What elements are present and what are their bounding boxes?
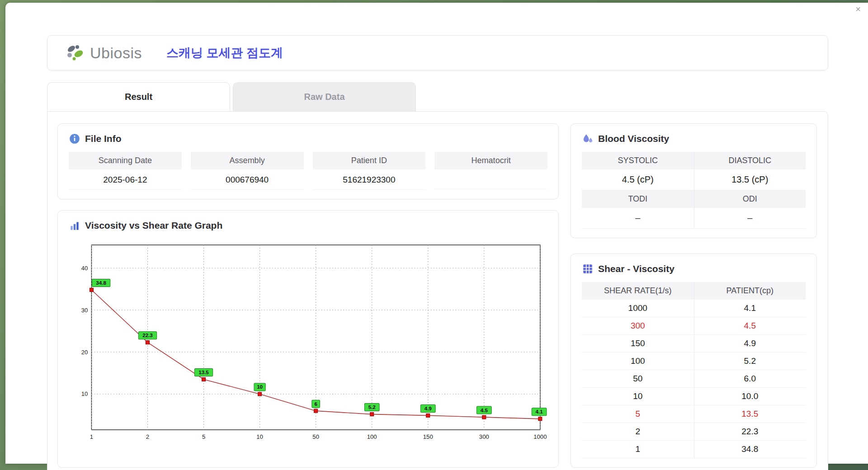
file-info-fields: Scanning Date 2025-06-12 Assembly 000676… [69,152,547,190]
shear-rate-value: 150 [582,335,694,352]
blood-viscosity-title: Blood Viscosity [598,133,669,144]
patient-column-header: PATIENT(cp) [694,282,806,300]
field-label: Patient ID [313,152,426,169]
field-label: Scanning Date [69,152,182,169]
field-value: 000676940 [191,169,304,190]
result-panel: File Info Scanning Date 2025-06-12 Assem… [47,111,828,470]
field-label: Hematocrit [434,152,547,169]
file-info-header: File Info [69,133,547,145]
shear-rate-column-header: SHEAR RATE(1/s) [582,282,694,300]
shear-table-header: SHEAR RATE(1/s) PATIENT(cp) [582,282,806,300]
field-value: 2025-06-12 [69,169,182,190]
diastolic-header: DIASTOLIC [694,152,806,169]
shear-viscosity-row: 1010.0 [582,388,806,405]
svg-text:300: 300 [479,433,489,440]
shear-rate-value: 50 [582,370,694,388]
close-icon[interactable]: × [855,5,861,14]
patient-viscosity-value: 6.0 [694,370,806,388]
svg-text:150: 150 [423,433,433,440]
bar-chart-icon [69,220,80,231]
patient-viscosity-value: 34.8 [694,441,806,458]
svg-text:1000: 1000 [533,433,547,440]
field-patient-id: Patient ID 51621923300 [313,152,426,190]
page-title: 스캐닝 모세관 점도계 [166,45,283,61]
field-label: Assembly [191,152,304,169]
main-content: Ubiosis 스캐닝 모세관 점도계 Result Raw Data [5,3,868,470]
svg-text:10: 10 [81,391,88,398]
patient-viscosity-value: 10.0 [694,388,806,405]
odi-header: ODI [694,190,806,208]
field-value [434,169,547,189]
svg-text:5: 5 [202,433,205,440]
svg-text:30: 30 [81,307,88,314]
shear-viscosity-row: 1005.2 [582,352,806,370]
svg-text:1: 1 [90,433,93,440]
shear-viscosity-row: 506.0 [582,370,806,388]
field-hematocrit: Hematocrit [434,152,547,190]
svg-text:100: 100 [367,433,377,440]
left-column: File Info Scanning Date 2025-06-12 Assem… [57,123,559,468]
field-scanning-date: Scanning Date 2025-06-12 [69,152,182,190]
bv-value-row: 4.5 (cP) 13.5 (cP) [582,169,806,190]
svg-text:40: 40 [81,265,88,272]
svg-text:4.5: 4.5 [481,408,488,413]
patient-viscosity-value: 4.1 [694,300,806,317]
bv-header-row: SYSTOLIC DIASTOLIC [582,152,806,169]
shear-viscosity-row: 222.3 [582,423,806,441]
tab-raw-data[interactable]: Raw Data [233,82,416,111]
todi-value: – [582,208,694,229]
svg-text:20: 20 [81,349,88,356]
svg-text:34.8: 34.8 [96,280,106,286]
blood-viscosity-header: Blood Viscosity [582,133,806,145]
water-drops-icon [582,133,594,145]
shear-viscosity-header: Shear - Viscosity [582,263,806,275]
file-info-title: File Info [85,133,122,144]
svg-text:2: 2 [146,433,149,440]
diastolic-value: 13.5 (cP) [694,169,806,190]
svg-text:5.2: 5.2 [368,404,376,410]
patient-viscosity-value: 13.5 [694,405,806,423]
right-column: Blood Viscosity SYSTOLIC DIASTOLIC 4.5 (… [571,123,817,468]
brand-name: Ubiosis [90,44,142,62]
info-icon [69,133,80,145]
svg-text:13.5: 13.5 [198,370,209,375]
shear-rate-value: 100 [582,352,694,370]
shear-rate-value: 2 [582,423,694,441]
odi-value: – [694,208,806,229]
svg-text:4.1: 4.1 [536,409,543,414]
shear-viscosity-row: 134.8 [582,441,806,458]
shear-viscosity-row: 1504.9 [582,335,806,352]
svg-text:10: 10 [257,385,263,390]
shear-rate-value: 300 [582,317,694,335]
patient-viscosity-value: 22.3 [694,423,806,441]
bv-header-row: TODI ODI [582,190,806,208]
patient-viscosity-value: 5.2 [694,352,806,370]
shear-rate-value: 1 [582,441,694,458]
blood-viscosity-table: SYSTOLIC DIASTOLIC 4.5 (cP) 13.5 (cP) TO… [582,152,806,229]
shear-rate-value: 10 [582,388,694,405]
file-info-card: File Info Scanning Date 2025-06-12 Assem… [57,123,559,199]
table-grid-icon [582,263,594,275]
tab-result[interactable]: Result [47,82,230,111]
ubiosis-logo-icon [65,44,86,62]
viscosity-graph-card: Viscosity vs Shear Rate Graph 1020304012… [57,210,559,468]
patient-viscosity-value: 4.5 [694,317,806,335]
systolic-value: 4.5 (cP) [582,169,694,190]
blood-viscosity-card: Blood Viscosity SYSTOLIC DIASTOLIC 4.5 (… [571,123,817,238]
app-window: × Ubiosis 스캐닝 모세관 점도계 Result Raw Data [5,3,868,464]
field-assembly: Assembly 000676940 [191,152,304,190]
shear-viscosity-row: 513.5 [582,405,806,423]
shear-viscosity-title: Shear - Viscosity [598,263,675,274]
patient-viscosity-value: 4.9 [694,335,806,352]
svg-text:10: 10 [256,433,263,440]
shear-rate-value: 1000 [582,300,694,317]
svg-text:4.9: 4.9 [425,406,432,411]
systolic-header: SYSTOLIC [582,152,694,169]
header-card: Ubiosis 스캐닝 모세관 점도계 [47,35,828,70]
shear-viscosity-card: Shear - Viscosity SHEAR RATE(1/s) PATIEN… [571,254,817,468]
brand: Ubiosis [65,44,142,62]
shear-rate-value: 5 [582,405,694,423]
graph-title: Viscosity vs Shear Rate Graph [85,220,222,231]
svg-text:50: 50 [312,433,319,440]
tab-bar: Result Raw Data [47,82,828,111]
